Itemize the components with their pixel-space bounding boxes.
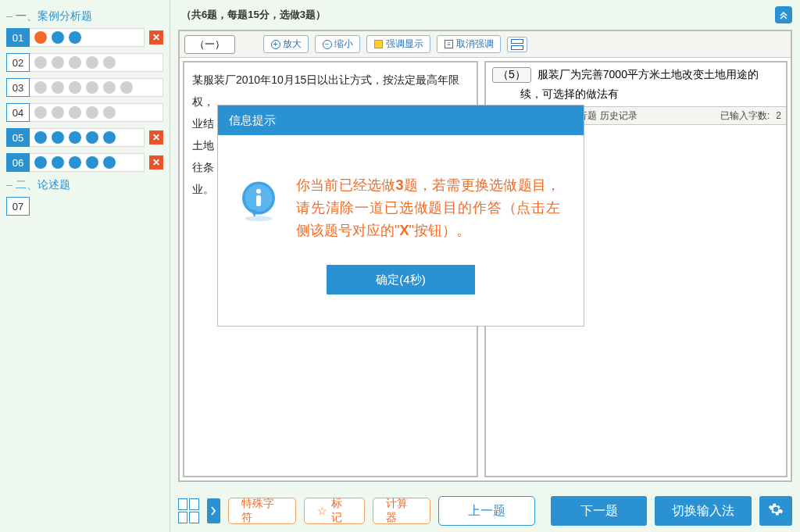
history-label[interactable]: 行题 历史记录 <box>578 109 637 123</box>
highlight-icon <box>373 39 384 49</box>
question-number[interactable]: 01 <box>6 28 30 47</box>
svg-rect-0 <box>512 39 523 43</box>
question-dots <box>30 53 163 72</box>
question-number[interactable]: 05 <box>6 128 30 147</box>
progress-dot <box>34 131 47 144</box>
star-icon: ☆ <box>317 505 327 517</box>
clear-answer-button[interactable]: ✕ <box>149 155 163 170</box>
progress-dot <box>52 156 64 169</box>
progress-dot <box>120 156 133 169</box>
char-count-value: 2 <box>776 110 781 121</box>
chevron-up-icon <box>779 10 788 20</box>
info-modal: 信息提示 你当前已经选做3题，若需更换选做题目，请先清除一道已选做题目的作答（点… <box>217 105 584 327</box>
instruction-bar: （共6题，每题15分，选做3题） <box>170 0 800 30</box>
progress-dot <box>69 31 81 44</box>
question-dots <box>30 128 145 147</box>
svg-point-2 <box>245 216 273 221</box>
collapse-button[interactable] <box>775 6 792 23</box>
progress-dot <box>86 81 98 94</box>
progress-dot <box>34 156 47 169</box>
plus-icon: + <box>270 39 280 49</box>
section2-title: – 二、论述题 <box>6 178 163 192</box>
char-count-label: 已输入字数: <box>720 109 770 123</box>
question-number[interactable]: 06 <box>6 153 30 172</box>
question-row: 05✕ <box>6 128 163 147</box>
highlight-button[interactable]: 强调显示 <box>366 35 430 53</box>
ime-button[interactable]: 切换输入法 <box>655 496 752 526</box>
progress-dot <box>34 81 47 94</box>
answer-line1: 服装厂为完善7000平方米土地改变土地用途的 <box>538 68 759 82</box>
svg-point-5 <box>256 189 261 194</box>
question-row: 04 <box>6 103 163 122</box>
clear-answer-button[interactable]: ✕ <box>149 30 163 45</box>
expand-nav-button[interactable] <box>207 498 220 523</box>
question-number[interactable]: 04 <box>6 103 30 122</box>
subquestion-number: （5） <box>492 67 531 83</box>
modal-ok-button[interactable]: 确定(4秒) <box>327 265 475 295</box>
mark-button[interactable]: ☆ 标记 <box>304 498 365 524</box>
progress-dot <box>69 131 81 144</box>
progress-dot <box>69 106 81 119</box>
question-row: 07 <box>6 197 163 216</box>
unhighlight-button[interactable]: ≡ 取消强调 <box>437 35 501 53</box>
progress-dot <box>69 156 81 169</box>
svg-rect-6 <box>256 195 261 206</box>
question-dots <box>30 153 145 172</box>
chevron-right-icon <box>210 506 216 516</box>
unhighlight-icon: ≡ <box>444 39 454 49</box>
question-dots <box>30 28 145 47</box>
progress-dot <box>120 81 133 94</box>
question-row: 02 <box>6 53 163 72</box>
progress-dot <box>52 31 64 44</box>
progress-dot <box>86 31 98 44</box>
progress-dot <box>120 31 133 44</box>
section1-title: – 一、案例分析题 <box>6 9 163 23</box>
gear-icon <box>768 502 784 521</box>
toolbar: （一） + 放大 − 缩小 强调显示 ≡ 取消强调 <box>180 31 791 58</box>
modal-title: 信息提示 <box>218 105 584 135</box>
question-dots <box>30 78 163 97</box>
progress-dot <box>103 131 116 144</box>
progress-dot <box>52 56 64 69</box>
modal-message: 你当前已经选做3题，若需更换选做题目，请先清除一道已选做题目的作答（点击左侧该题… <box>296 174 560 241</box>
minus-icon: − <box>322 39 332 49</box>
progress-dot <box>86 106 98 119</box>
question-number[interactable]: 07 <box>6 197 30 216</box>
answer-head: （5） 服装厂为完善7000平方米土地改变土地用途的 <box>486 62 786 87</box>
split-icon <box>511 39 523 50</box>
clear-answer-button[interactable]: ✕ <box>149 130 163 145</box>
bottom-bar: 特殊字符 ☆ 标记 计算器 上一题 下一题 切换输入法 <box>170 490 800 532</box>
question-dots <box>30 103 163 122</box>
tab-indicator: （一） <box>184 35 235 54</box>
progress-dot <box>69 56 81 69</box>
progress-dot <box>86 156 98 169</box>
prev-button[interactable]: 上一题 <box>438 496 535 526</box>
calculator-button[interactable]: 计算器 <box>373 498 430 524</box>
progress-dot <box>86 131 98 144</box>
progress-dot <box>103 56 116 69</box>
answer-line2: 续，可选择的做法有 <box>486 87 786 106</box>
info-icon <box>237 179 280 223</box>
grid-nav-button[interactable] <box>178 498 199 523</box>
special-chars-button[interactable]: 特殊字符 <box>228 498 296 524</box>
progress-dot <box>52 81 64 94</box>
split-layout-button[interactable] <box>507 37 527 52</box>
question-row: 06✕ <box>6 153 163 172</box>
progress-dot <box>34 106 47 119</box>
question-row: 03 <box>6 78 163 97</box>
question-number[interactable]: 03 <box>6 78 30 97</box>
next-button[interactable]: 下一题 <box>551 496 648 526</box>
progress-dot <box>34 31 47 44</box>
progress-dot <box>120 106 133 119</box>
question-number[interactable]: 02 <box>6 53 30 72</box>
progress-dot <box>120 56 133 69</box>
zoom-out-button[interactable]: − 缩小 <box>315 35 360 53</box>
progress-dot <box>103 31 116 44</box>
progress-dot <box>69 81 81 94</box>
progress-dot <box>52 131 64 144</box>
zoom-in-button[interactable]: + 放大 <box>263 35 309 53</box>
settings-button[interactable] <box>759 496 792 526</box>
sidebar: – 一、案例分析题 01✕02030405✕06✕ – 二、论述题 07 <box>0 0 170 532</box>
progress-dot <box>34 56 47 69</box>
progress-dot <box>52 106 64 119</box>
